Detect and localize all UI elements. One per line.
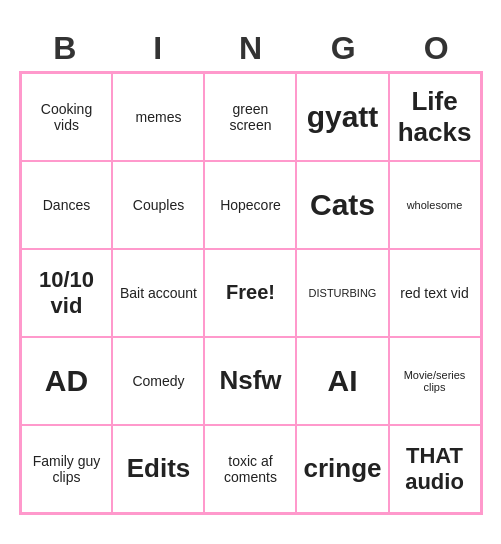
bingo-grid: Cooking vidsmemesgreen screengyattLife h… bbox=[19, 71, 483, 515]
bingo-cell-3[interactable]: gyatt bbox=[296, 73, 388, 161]
bingo-card: B I N G O Cooking vidsmemesgreen screeng… bbox=[11, 22, 491, 523]
bingo-cell-5[interactable]: Dances bbox=[21, 161, 113, 249]
bingo-cell-10[interactable]: 10/10 vid bbox=[21, 249, 113, 337]
bingo-cell-4[interactable]: Life hacks bbox=[389, 73, 481, 161]
bingo-cell-15[interactable]: AD bbox=[21, 337, 113, 425]
bingo-cell-11[interactable]: Bait account bbox=[112, 249, 204, 337]
bingo-cell-12[interactable]: Free! bbox=[204, 249, 296, 337]
bingo-cell-19[interactable]: Movie/series clips bbox=[389, 337, 481, 425]
header-b: B bbox=[21, 30, 109, 67]
bingo-cell-20[interactable]: Family guy clips bbox=[21, 425, 113, 513]
header-o: O bbox=[392, 30, 480, 67]
header-n: N bbox=[206, 30, 294, 67]
bingo-cell-24[interactable]: THAT audio bbox=[389, 425, 481, 513]
bingo-cell-2[interactable]: green screen bbox=[204, 73, 296, 161]
bingo-cell-9[interactable]: wholesome bbox=[389, 161, 481, 249]
header-i: I bbox=[114, 30, 202, 67]
bingo-cell-14[interactable]: red text vid bbox=[389, 249, 481, 337]
bingo-cell-18[interactable]: AI bbox=[296, 337, 388, 425]
bingo-cell-7[interactable]: Hopecore bbox=[204, 161, 296, 249]
bingo-cell-8[interactable]: Cats bbox=[296, 161, 388, 249]
bingo-cell-23[interactable]: cringe bbox=[296, 425, 388, 513]
bingo-cell-6[interactable]: Couples bbox=[112, 161, 204, 249]
bingo-cell-21[interactable]: Edits bbox=[112, 425, 204, 513]
bingo-cell-1[interactable]: memes bbox=[112, 73, 204, 161]
bingo-cell-0[interactable]: Cooking vids bbox=[21, 73, 113, 161]
bingo-header: B I N G O bbox=[19, 30, 483, 67]
bingo-cell-13[interactable]: DISTURBING bbox=[296, 249, 388, 337]
bingo-cell-17[interactable]: Nsfw bbox=[204, 337, 296, 425]
bingo-cell-16[interactable]: Comedy bbox=[112, 337, 204, 425]
header-g: G bbox=[299, 30, 387, 67]
bingo-cell-22[interactable]: toxic af coments bbox=[204, 425, 296, 513]
